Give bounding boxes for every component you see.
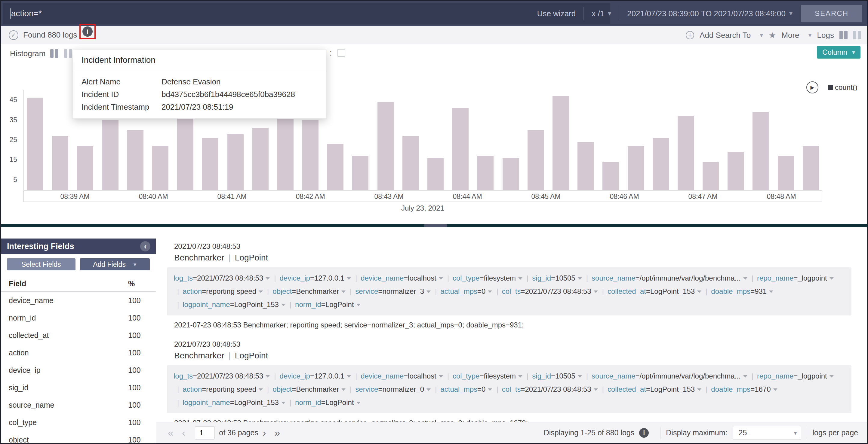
use-wizard-link[interactable]: Use wizard xyxy=(537,9,576,18)
chevron-down-icon[interactable] xyxy=(830,277,834,280)
histogram-bar[interactable] xyxy=(177,118,193,190)
chevron-down-icon[interactable] xyxy=(259,291,263,293)
field-tag-service[interactable]: service=normalizer_0 xyxy=(355,385,431,393)
chevron-down-icon[interactable] xyxy=(356,304,361,306)
field-row[interactable]: object100 xyxy=(1,431,156,444)
histogram-bar[interactable] xyxy=(528,130,544,190)
field-row[interactable]: norm_id100 xyxy=(1,309,156,327)
field-tag-source_name[interactable]: source_name=/opt/immune/var/log/benchma.… xyxy=(592,274,748,282)
chevron-down-icon[interactable] xyxy=(578,277,582,280)
histogram-bar[interactable] xyxy=(427,158,444,190)
field-tag-object[interactable]: object=Benchmarker xyxy=(273,287,346,295)
histogram-bars-icon[interactable] xyxy=(50,49,58,58)
histogram-bar[interactable] xyxy=(503,158,519,190)
histogram-option-checkbox[interactable] xyxy=(337,49,345,57)
chevron-down-icon[interactable] xyxy=(830,375,834,378)
histogram-bar[interactable] xyxy=(628,146,644,190)
field-row[interactable]: col_type100 xyxy=(1,414,156,431)
chevron-down-icon[interactable]: ▾ xyxy=(808,31,812,39)
histogram-bar[interactable] xyxy=(602,162,619,190)
chevron-down-icon[interactable] xyxy=(266,375,270,378)
histogram-bar[interactable] xyxy=(77,146,93,190)
chevron-down-icon[interactable] xyxy=(743,277,747,280)
search-input[interactable]: action=* xyxy=(3,3,610,24)
histogram-bar[interactable] xyxy=(27,98,43,190)
chevron-down-icon[interactable] xyxy=(743,375,747,378)
field-tag-col_ts[interactable]: col_ts=2021/07/23 08:48:53 xyxy=(502,287,598,295)
chevron-down-icon[interactable] xyxy=(341,291,346,293)
column-view-icon[interactable] xyxy=(839,31,847,39)
field-tag-doable_mps[interactable]: doable_mps=1670 xyxy=(711,385,778,393)
field-tag-actual_mps[interactable]: actual_mps=0 xyxy=(440,287,493,295)
plus-circle-icon[interactable]: + xyxy=(686,31,694,39)
sidebar-collapse-icon[interactable]: ‹ xyxy=(140,241,150,251)
table-view-icon[interactable] xyxy=(853,31,861,39)
field-tag-logpoint_name[interactable]: logpoint_name=LogPoint_153 xyxy=(183,398,286,406)
chevron-down-icon[interactable] xyxy=(439,375,443,378)
chevron-down-icon[interactable] xyxy=(281,402,285,404)
field-row[interactable]: action100 xyxy=(1,344,156,362)
histogram-bar[interactable] xyxy=(377,102,394,190)
field-tag-col_type[interactable]: col_type=filesystem xyxy=(453,372,523,380)
histogram-bar[interactable] xyxy=(227,134,244,190)
chevron-down-icon[interactable] xyxy=(341,388,346,391)
field-tag-norm_id[interactable]: norm_id=LogPoint xyxy=(295,300,361,309)
histogram-bar[interactable] xyxy=(703,162,719,190)
field-tag-action[interactable]: action=reporting speed xyxy=(183,287,264,295)
histogram-bar[interactable] xyxy=(152,146,168,190)
field-tag-sig_id[interactable]: sig_id=10505 xyxy=(532,274,582,282)
field-tag-logpoint_name[interactable]: logpoint_name=LogPoint_153 xyxy=(183,300,286,309)
field-tag-sig_id[interactable]: sig_id=10505 xyxy=(532,372,582,380)
histogram-bar[interactable] xyxy=(653,138,669,190)
field-tag-service[interactable]: service=normalizer_3 xyxy=(355,287,431,295)
chevron-down-icon[interactable] xyxy=(518,277,522,280)
search-button[interactable]: SEARCH xyxy=(801,5,862,22)
chevron-down-icon[interactable] xyxy=(281,304,285,306)
histogram-bar[interactable] xyxy=(202,138,218,190)
chevron-down-icon[interactable] xyxy=(488,291,492,293)
chevron-down-icon[interactable] xyxy=(697,291,702,293)
play-icon[interactable]: ▶ xyxy=(806,81,818,94)
chevron-down-icon[interactable] xyxy=(347,277,351,280)
field-tag-col_type[interactable]: col_type=filesystem xyxy=(453,274,523,282)
histogram-bar[interactable] xyxy=(452,108,469,190)
field-row[interactable]: device_name100 xyxy=(1,292,156,309)
histogram-bar[interactable] xyxy=(327,144,343,190)
incident-info-icon[interactable]: i xyxy=(83,27,93,37)
chevron-down-icon[interactable] xyxy=(356,402,361,404)
field-tag-doable_mps[interactable]: doable_mps=931 xyxy=(711,287,774,295)
field-tag-device_ip[interactable]: device_ip=127.0.0.1 xyxy=(280,274,352,282)
page-indicator[interactable]: x /1 xyxy=(592,9,604,18)
field-tag-repo_name[interactable]: repo_name=_logpoint xyxy=(757,274,834,282)
field-tag-object[interactable]: object=Benchmarker xyxy=(273,385,346,393)
field-row[interactable]: source_name100 xyxy=(1,396,156,414)
prev-page-button[interactable]: ‹ xyxy=(178,427,189,439)
histogram-bar[interactable] xyxy=(778,156,794,190)
star-icon[interactable]: ★ xyxy=(769,30,776,40)
field-tag-collected_at[interactable]: collected_at=LogPoint_153 xyxy=(608,287,702,295)
histogram-bar[interactable] xyxy=(803,146,819,190)
histogram-bar[interactable] xyxy=(352,156,368,190)
chevron-down-icon[interactable] xyxy=(347,375,351,378)
histogram-bar[interactable] xyxy=(578,142,594,190)
histogram-bar[interactable] xyxy=(252,128,269,190)
x-axis[interactable]: 08:39 AM08:40 AM08:41 AM08:42 AM08:43 AM… xyxy=(24,191,822,202)
field-tag-device_ip[interactable]: device_ip=127.0.0.1 xyxy=(280,372,352,380)
field-tag-device_name[interactable]: device_name=localhost xyxy=(361,372,444,380)
histogram-bar[interactable] xyxy=(102,120,119,190)
field-tag-log_ts[interactable]: log_ts=2021/07/23 08:48:53 xyxy=(174,372,270,380)
chevron-down-icon[interactable] xyxy=(518,375,522,378)
page-input[interactable] xyxy=(195,426,215,440)
histogram-full-icon[interactable] xyxy=(64,49,72,58)
field-tag-device_name[interactable]: device_name=localhost xyxy=(361,274,444,282)
chevron-down-icon[interactable]: ▾ xyxy=(608,10,611,18)
more-menu[interactable]: More xyxy=(781,31,799,40)
chevron-down-icon[interactable] xyxy=(266,277,270,280)
chevron-down-icon[interactable] xyxy=(769,291,773,293)
field-row[interactable]: collected_at100 xyxy=(1,327,156,344)
chevron-down-icon[interactable] xyxy=(427,388,431,391)
add-search-to-menu[interactable]: Add Search To xyxy=(700,31,751,40)
info-icon[interactable]: i xyxy=(639,428,649,438)
chevron-down-icon[interactable] xyxy=(594,388,598,391)
chevron-down-icon[interactable]: ▾ xyxy=(760,31,763,39)
